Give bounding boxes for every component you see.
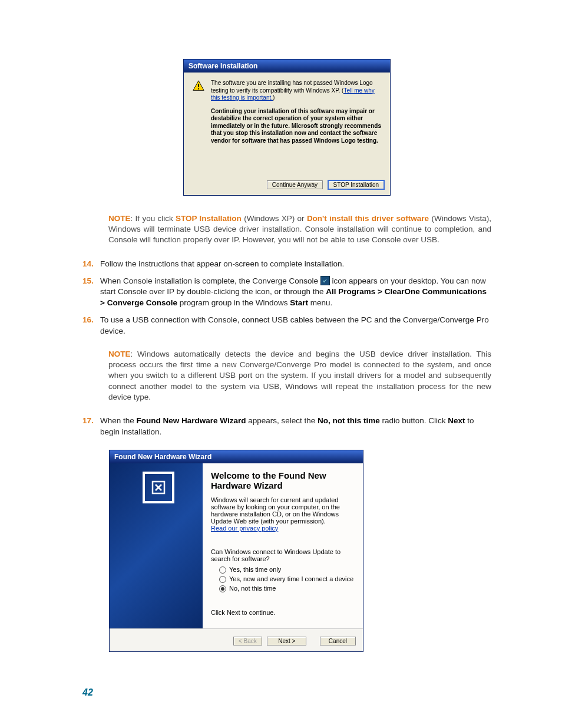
step-14: 14. Follow the instructions that appear …	[82, 259, 491, 270]
software-installation-dialog: Software Installation The software you a…	[183, 59, 391, 196]
dialog-message: The software you are installing has not …	[211, 80, 383, 144]
next-button[interactable]: Next >	[267, 637, 306, 645]
note-label: NOTE	[108, 350, 131, 358]
page-number: 42	[82, 687, 491, 698]
step-17: 17. When the Found New Hardware Wizard a…	[82, 416, 491, 438]
wizard-intro: Windows will search for current and upda…	[211, 496, 356, 525]
svg-rect-2	[198, 88, 199, 90]
cancel-button[interactable]: Cancel	[320, 637, 356, 645]
back-button: < Back	[233, 637, 262, 645]
radio-yes-always[interactable]: Yes, now and every time I connect a devi…	[219, 575, 356, 583]
radio-yes-once[interactable]: Yes, this time only	[219, 566, 356, 574]
radio-no[interactable]: No, not this time	[219, 585, 356, 592]
wizard-question: Can Windows connect to Windows Update to…	[211, 548, 356, 562]
step-16: 16. To use a USB connection with Console…	[82, 315, 491, 337]
stop-installation-button[interactable]: STOP Installation	[328, 180, 384, 189]
privacy-policy-link[interactable]: Read our privacy policy	[211, 525, 278, 532]
continue-anyway-button[interactable]: Continue Anyway	[267, 180, 323, 189]
dialog-warning-bold: Continuing your installation of this sof…	[211, 108, 383, 145]
converge-console-icon	[320, 276, 330, 285]
warning-icon	[192, 80, 205, 90]
hardware-chip-icon	[143, 472, 174, 503]
note-label: NOTE	[108, 214, 131, 223]
dialog2-title: Found New Hardware Wizard	[110, 450, 363, 463]
note-block-2: NOTE: Windows automatically detects the …	[108, 349, 491, 403]
wizard-sidebar-graphic	[110, 463, 203, 628]
click-next-hint: Click Next to continue.	[211, 609, 356, 616]
dialog-title: Software Installation	[184, 60, 390, 73]
found-new-hardware-wizard-dialog: Found New Hardware Wizard Welcome to the…	[109, 450, 363, 652]
step-15: 15. When Console installation is complet…	[82, 276, 491, 309]
svg-rect-1	[198, 84, 199, 87]
wizard-heading: Welcome to the Found New Hardware Wizard	[211, 470, 356, 490]
note-block-1: NOTE: If you click STOP Installation (Wi…	[108, 213, 491, 246]
